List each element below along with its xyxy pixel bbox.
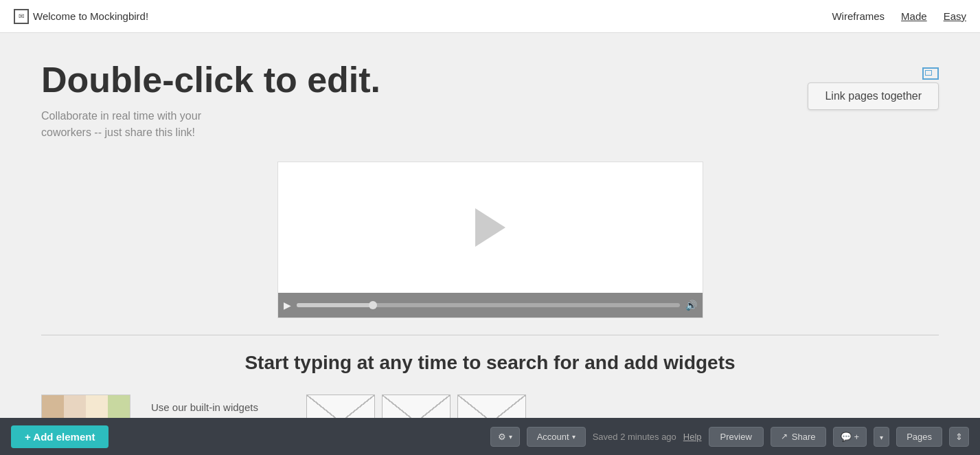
main-content: Double-click to edit. Collaborate in rea… bbox=[0, 33, 980, 418]
widget-col-1 bbox=[42, 395, 64, 418]
pages-button[interactable]: Pages bbox=[896, 427, 942, 447]
comment-plus: + bbox=[854, 432, 860, 442]
widget-col-2 bbox=[64, 395, 86, 418]
share-label: Share bbox=[792, 432, 816, 442]
account-caret-icon: ▾ bbox=[572, 433, 576, 441]
nav-easy[interactable]: Easy bbox=[944, 10, 966, 22]
progress-track[interactable] bbox=[297, 303, 680, 307]
link-pages-button[interactable]: Link pages together bbox=[808, 82, 939, 110]
logo-area: ✉ Welcome to Mockingbird! bbox=[14, 9, 832, 24]
hero-subtext: Collaborate in real time with your cowor… bbox=[41, 108, 380, 141]
pages-expand-icon: ⇕ bbox=[955, 432, 963, 442]
divider bbox=[41, 335, 939, 335]
share-button[interactable]: ↗ Share bbox=[771, 427, 826, 447]
account-label: Account bbox=[537, 432, 569, 442]
hero-text: Double-click to edit. Collaborate in rea… bbox=[41, 60, 380, 141]
widget-preview bbox=[41, 395, 130, 418]
progress-fill bbox=[297, 303, 374, 307]
pages-expand-button[interactable]: ⇕ bbox=[949, 427, 969, 447]
search-heading: Start typing at any time to search for a… bbox=[41, 352, 939, 374]
nav-made[interactable]: Made bbox=[901, 10, 927, 22]
video-container: ▶ 🔊 bbox=[277, 162, 703, 318]
widget-col-4 bbox=[108, 395, 130, 418]
account-button[interactable]: Account ▾ bbox=[527, 427, 586, 447]
volume-icon[interactable]: 🔊 bbox=[685, 300, 697, 311]
preview-button[interactable]: Preview bbox=[709, 427, 764, 447]
logo-icon: ✉ bbox=[14, 9, 29, 24]
comment-icon: 💬 bbox=[841, 432, 852, 442]
hero-heading: Double-click to edit. bbox=[41, 60, 380, 100]
gear-button[interactable]: ⚙ ▾ bbox=[490, 427, 520, 447]
widget-icon-2 bbox=[382, 395, 451, 418]
link-pages-icon bbox=[922, 67, 939, 80]
bottom-bar: + Add element ⚙ ▾ Account ▾ Saved 2 minu… bbox=[0, 418, 980, 455]
hero-section: Double-click to edit. Collaborate in rea… bbox=[41, 60, 939, 141]
search-section: Start typing at any time to search for a… bbox=[41, 352, 939, 374]
saved-status: Saved 2 minutes ago bbox=[593, 432, 676, 442]
video-screen[interactable] bbox=[278, 162, 703, 293]
progress-thumb bbox=[369, 301, 377, 309]
nav-wireframes[interactable]: Wireframes bbox=[832, 10, 885, 22]
widget-icons bbox=[306, 395, 526, 418]
gear-icon: ⚙ bbox=[498, 432, 506, 442]
widget-col-3 bbox=[86, 395, 108, 418]
video-controls: ▶ 🔊 bbox=[278, 293, 703, 318]
play-control-button[interactable]: ▶ bbox=[284, 300, 291, 311]
widgets-section: Use our built-in widgets bbox=[41, 395, 939, 418]
logo-text: Welcome to Mockingbird! bbox=[33, 10, 148, 22]
nav-links: Wireframes Made Easy bbox=[832, 10, 966, 22]
widget-icon-3 bbox=[457, 395, 526, 418]
gear-caret-icon: ▾ bbox=[509, 433, 512, 441]
play-button[interactable] bbox=[475, 208, 505, 247]
top-nav: ✉ Welcome to Mockingbird! Wireframes Mad… bbox=[0, 0, 980, 33]
link-pages-area: Link pages together bbox=[808, 67, 939, 110]
comment-button[interactable]: 💬 + bbox=[833, 427, 867, 447]
help-link[interactable]: Help bbox=[683, 432, 702, 442]
share-icon: ↗ bbox=[781, 432, 788, 441]
widgets-label: Use our built-in widgets bbox=[151, 395, 258, 413]
comment-caret-icon: ▾ bbox=[880, 434, 883, 441]
widget-icon-1 bbox=[306, 395, 375, 418]
add-element-button[interactable]: + Add element bbox=[11, 425, 109, 448]
comment-split-button[interactable]: ▾ bbox=[874, 427, 889, 447]
